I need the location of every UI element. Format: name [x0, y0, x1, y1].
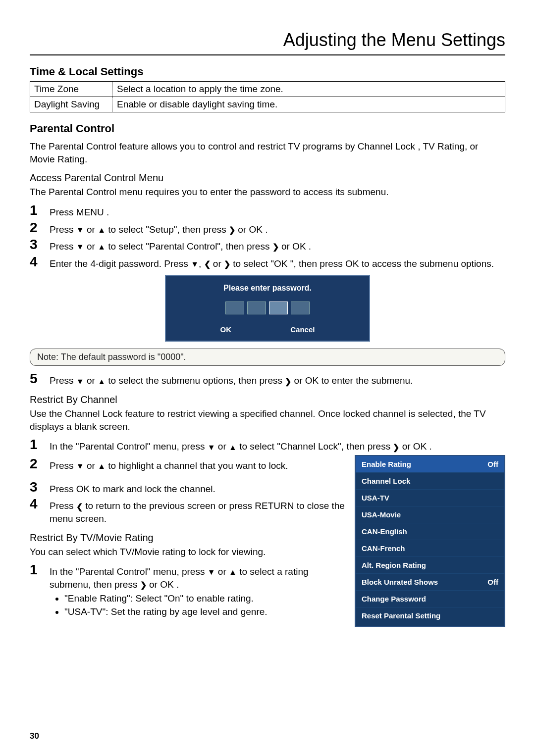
menu-item-label: Change Password: [362, 595, 426, 603]
chevron-up-icon: ▲: [98, 225, 106, 236]
menu-item-usa-tv[interactable]: USA-TV: [356, 490, 504, 506]
chevron-up-icon: ▲: [229, 442, 237, 453]
chevron-up-icon: ▲: [98, 461, 106, 472]
menu-item-change-password[interactable]: Change Password: [356, 591, 504, 607]
menu-item-label: Alt. Region Rating: [362, 561, 426, 569]
password-dialog: Please enter password. OK Cancel: [165, 275, 370, 342]
ok-button[interactable]: OK: [220, 325, 232, 334]
step-number: 2: [30, 221, 50, 235]
chevron-down-icon: ▼: [208, 567, 215, 578]
menu-item-can-english[interactable]: CAN-English: [356, 523, 504, 540]
access-intro: The Parental Control menu requires you t…: [30, 186, 505, 199]
step-text: Press OK to mark and lock the channel.: [50, 480, 345, 496]
chevron-up-icon: ▲: [229, 567, 237, 578]
menu-item-label: CAN-English: [362, 527, 407, 536]
step-text: Press ▼ or ▲ to select "Setup", then pre…: [50, 221, 505, 236]
cell-label: Daylight Saving: [30, 97, 113, 112]
menu-item-alt-region[interactable]: Alt. Region Rating: [356, 557, 504, 574]
step-number: 3: [30, 480, 50, 494]
chevron-down-icon: ▼: [76, 376, 84, 387]
note-box: Note: The default password is "0000".: [30, 349, 505, 366]
bullet-item: "Enable Rating": Select "On" to enable r…: [64, 592, 345, 605]
pw-box[interactable]: [247, 302, 266, 314]
chevron-up-icon: ▲: [98, 242, 106, 252]
password-boxes: [166, 302, 369, 314]
menu-item-value: Off: [487, 578, 498, 586]
step-text: Press ❮ to return to the previous screen…: [50, 497, 345, 525]
menu-item-label: USA-Movie: [362, 510, 401, 519]
step-number: 4: [30, 255, 50, 269]
chevron-up-icon: ▲: [98, 376, 106, 387]
chevron-left-icon: ❮: [76, 502, 83, 512]
chevron-right-icon: ❯: [140, 580, 147, 591]
step-number: 1: [30, 203, 50, 217]
step-number: 3: [30, 238, 50, 252]
step-number: 5: [30, 372, 50, 386]
chevron-right-icon: ❯: [229, 225, 235, 236]
table-row: Daylight Saving Enable or disable daylig…: [30, 97, 505, 112]
section-heading-parental: Parental Control: [30, 122, 505, 135]
step-text: Enter the 4-digit password. Press ▼, ❮ o…: [50, 255, 505, 270]
step-number: 4: [30, 497, 50, 511]
dialog-title: Please enter password.: [166, 284, 369, 293]
chevron-right-icon: ❯: [272, 242, 279, 252]
menu-item-label: Enable Rating: [362, 460, 411, 468]
step-text: In the "Parental Control" menu, press ▼ …: [50, 438, 505, 453]
step-text: Press MENU .: [50, 203, 505, 219]
chevron-down-icon: ▼: [76, 225, 84, 236]
cell-desc: Select a location to apply the time zone…: [113, 82, 505, 97]
menu-item-usa-movie[interactable]: USA-Movie: [356, 506, 504, 523]
pw-box[interactable]: [291, 302, 310, 314]
menu-item-reset[interactable]: Reset Parental Setting: [356, 607, 504, 626]
menu-item-label: Channel Lock: [362, 477, 410, 485]
step-number: 2: [30, 457, 50, 471]
step-text: Press ▼ or ▲ to select "Parental Control…: [50, 238, 505, 253]
menu-item-label: Reset Parental Setting: [362, 611, 440, 620]
step-number: 1: [30, 563, 50, 577]
parental-intro: The Parental Control feature allows you …: [30, 140, 505, 165]
pw-box[interactable]: [225, 302, 244, 314]
menu-item-value: Off: [487, 460, 498, 468]
menu-item-enable-rating[interactable]: Enable Rating Off: [356, 456, 504, 473]
step-text: Press ▼ or ▲ to highlight a channel that…: [50, 457, 345, 472]
table-row: Time Zone Select a location to apply the…: [30, 82, 505, 97]
chevron-down-icon: ▼: [208, 442, 215, 453]
cell-label: Time Zone: [30, 82, 113, 97]
step-text: In the "Parental Control" menu, press ▼ …: [50, 563, 345, 619]
time-settings-table: Time Zone Select a location to apply the…: [30, 81, 505, 112]
step-number: 1: [30, 438, 50, 452]
pw-box[interactable]: [269, 302, 288, 314]
parental-menu-panel: Enable Rating Off Channel Lock USA-TV US…: [355, 455, 505, 627]
cancel-button[interactable]: Cancel: [290, 325, 315, 334]
access-heading: Access Parental Control Menu: [30, 172, 505, 184]
chevron-right-icon: ❯: [224, 259, 230, 270]
menu-item-can-french[interactable]: CAN-French: [356, 540, 504, 557]
restrict-channel-heading: Restrict By Channel: [30, 394, 505, 405]
section-heading-time: Time & Local Settings: [30, 65, 505, 78]
chevron-right-icon: ❯: [393, 442, 399, 453]
chevron-right-icon: ❯: [285, 376, 291, 387]
cell-desc: Enable or disable daylight saving time.: [113, 97, 505, 112]
chevron-down-icon: ▼: [191, 259, 199, 270]
chapter-title: Adjusting the Menu Settings: [30, 30, 505, 55]
chevron-down-icon: ▼: [76, 242, 84, 252]
menu-item-block-unrated[interactable]: Block Unrated Shows Off: [356, 574, 504, 591]
page-number: 30: [30, 731, 39, 741]
chevron-down-icon: ▼: [76, 461, 84, 472]
restrict-channel-intro: Use the Channel Lock feature to restrict…: [30, 407, 505, 433]
chevron-left-icon: ❮: [204, 259, 211, 270]
bullet-item: "USA-TV": Set the rating by age level an…: [64, 605, 345, 618]
restrict-rating-intro: You can select which TV/Movie rating to …: [30, 546, 345, 558]
menu-item-label: USA-TV: [362, 494, 389, 502]
menu-item-channel-lock[interactable]: Channel Lock: [356, 473, 504, 490]
menu-item-label: CAN-French: [362, 544, 405, 553]
restrict-rating-heading: Restrict By TV/Movie Rating: [30, 532, 345, 544]
menu-item-label: Block Unrated Shows: [362, 578, 438, 586]
step-text: Press ▼ or ▲ to select the submenu optio…: [50, 372, 505, 387]
